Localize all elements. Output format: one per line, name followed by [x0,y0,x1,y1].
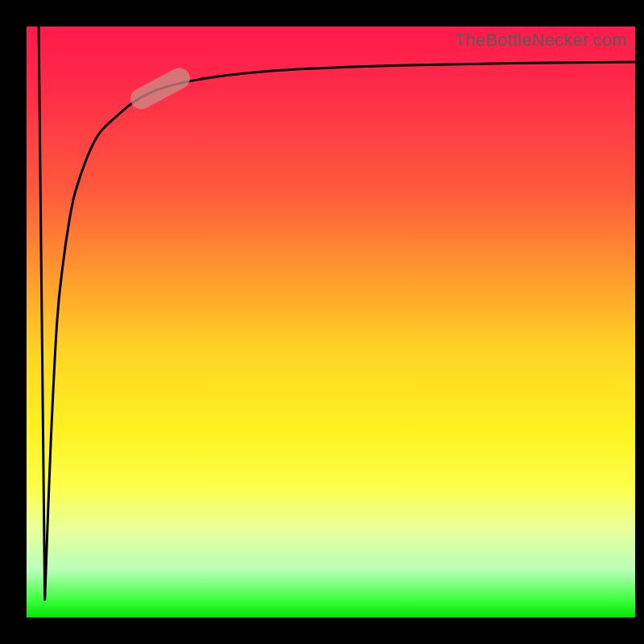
curve-layer [27,27,635,617]
bottleneck-curve [39,27,635,600]
chart-plot-area: TheBottleNecker.com [27,27,635,617]
chart-container: TheBottleNecker.com [0,0,644,644]
